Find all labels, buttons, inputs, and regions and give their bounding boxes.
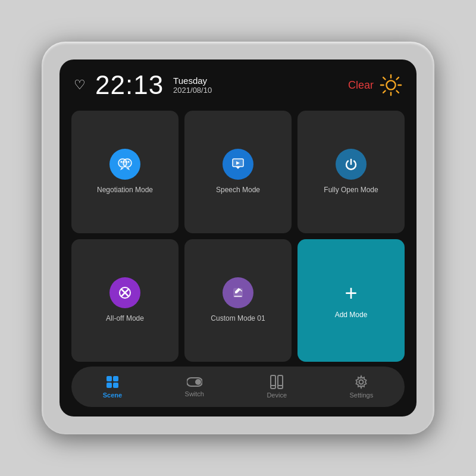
add-mode-icon: + bbox=[345, 281, 357, 306]
fully-open-mode-button[interactable]: Fully Open Mode bbox=[298, 111, 405, 233]
speech-mode-icon bbox=[223, 149, 253, 180]
scene-icon bbox=[105, 375, 120, 389]
speech-mode-button[interactable]: Speech Mode bbox=[184, 111, 292, 233]
svg-rect-29 bbox=[271, 375, 275, 389]
fully-open-mode-label: Fully Open Mode bbox=[324, 186, 378, 195]
svg-rect-26 bbox=[113, 383, 118, 388]
heart-icon: ♡ bbox=[74, 77, 86, 93]
all-off-mode-icon bbox=[109, 277, 140, 308]
svg-point-28 bbox=[195, 379, 201, 385]
speech-mode-label: Speech Mode bbox=[216, 186, 260, 195]
svg-marker-16 bbox=[236, 167, 240, 169]
svg-point-14 bbox=[128, 161, 130, 163]
fully-open-mode-icon bbox=[336, 149, 367, 180]
svg-rect-25 bbox=[107, 383, 112, 388]
weather-label: Clear bbox=[348, 79, 374, 92]
date-info: Tuesday 2021/08/10 bbox=[173, 76, 212, 95]
scene-label: Scene bbox=[103, 392, 122, 399]
settings-label: Settings bbox=[349, 392, 373, 399]
svg-point-10 bbox=[123, 159, 131, 167]
svg-rect-30 bbox=[278, 375, 283, 389]
header: ♡ 22:13 Tuesday 2021/08/10 Clear bbox=[60, 60, 416, 106]
all-off-mode-label: All-off Mode bbox=[106, 314, 144, 324]
weather-section: Clear bbox=[348, 74, 402, 96]
svg-point-11 bbox=[121, 161, 123, 163]
switch-icon bbox=[187, 376, 202, 388]
svg-point-33 bbox=[359, 380, 364, 384]
negotiation-mode-button[interactable]: Negotiation Mode bbox=[71, 111, 178, 233]
svg-line-8 bbox=[383, 91, 385, 93]
device-icon bbox=[270, 375, 283, 389]
svg-rect-24 bbox=[113, 376, 118, 381]
negotiation-mode-label: Negotiation Mode bbox=[97, 186, 153, 195]
svg-point-12 bbox=[123, 161, 125, 163]
nav-device[interactable]: Device bbox=[255, 372, 299, 401]
svg-line-6 bbox=[397, 91, 399, 93]
nav-switch[interactable]: Switch bbox=[173, 374, 216, 400]
svg-line-7 bbox=[397, 77, 399, 79]
custom-mode-button[interactable]: Custom Mode 01 bbox=[184, 239, 292, 362]
all-off-mode-button[interactable]: All-off Mode bbox=[71, 239, 178, 362]
custom-mode-icon bbox=[223, 277, 253, 308]
svg-point-0 bbox=[386, 80, 395, 89]
svg-rect-23 bbox=[107, 376, 112, 381]
device-screen: ♡ 22:13 Tuesday 2021/08/10 Clear bbox=[60, 60, 416, 416]
add-mode-button[interactable]: + Add Mode bbox=[298, 239, 405, 362]
sun-icon bbox=[380, 74, 402, 96]
mode-grid: Negotiation Mode Speech Mode bbox=[60, 106, 416, 367]
custom-mode-label: Custom Mode 01 bbox=[211, 314, 265, 324]
device-frame: ♡ 22:13 Tuesday 2021/08/10 Clear bbox=[42, 42, 434, 434]
time-display: 22:13 bbox=[95, 70, 164, 100]
add-mode-label: Add Mode bbox=[335, 311, 368, 320]
settings-icon bbox=[354, 375, 368, 389]
svg-line-5 bbox=[383, 77, 385, 79]
negotiation-mode-icon bbox=[109, 149, 140, 180]
device-label: Device bbox=[267, 392, 287, 399]
day-name: Tuesday bbox=[173, 76, 212, 86]
switch-label: Switch bbox=[185, 390, 204, 397]
svg-point-13 bbox=[126, 161, 127, 163]
date-string: 2021/08/10 bbox=[173, 86, 212, 95]
bottom-nav: Scene Switch Device bbox=[71, 367, 405, 407]
nav-settings[interactable]: Settings bbox=[337, 372, 385, 401]
nav-scene[interactable]: Scene bbox=[91, 372, 134, 401]
